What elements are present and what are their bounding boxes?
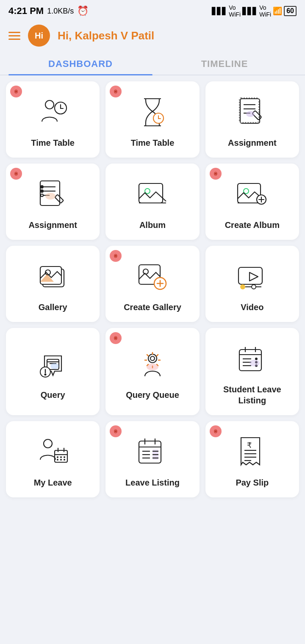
svg-point-61: [115, 337, 117, 339]
svg-point-58: [44, 374, 46, 375]
assignment1-label: Assignment: [228, 137, 276, 148]
card-creategallery[interactable]: Create Gallery: [105, 246, 199, 322]
svg-point-88: [115, 430, 117, 433]
svg-point-23: [41, 190, 43, 192]
svg-point-24: [41, 194, 43, 197]
svg-point-22: [41, 186, 43, 188]
svg-rect-27: [139, 183, 163, 203]
badge-timetable1: [10, 86, 22, 97]
svg-point-72: [255, 358, 258, 360]
creategallery-icon: [133, 258, 172, 296]
avatar: Hi: [28, 25, 50, 47]
svg-point-76: [44, 439, 52, 448]
card-query[interactable]: Query: [6, 328, 100, 415]
createalbum-label: Create Album: [225, 219, 280, 230]
tab-bar: DASHBOARD TIMELINE: [0, 53, 305, 75]
signal-icon: ▋▋▋: [212, 7, 227, 15]
card-queryqueue[interactable]: Query Queue: [105, 328, 199, 415]
badge-creategallery: [110, 250, 122, 262]
card-timetable1[interactable]: Time Table: [6, 81, 100, 158]
video-label: Video: [241, 302, 263, 313]
signal-icon2: ▋▋▋: [242, 7, 258, 15]
svg-point-33: [244, 189, 249, 194]
svg-point-75: [250, 360, 260, 366]
card-album[interactable]: Album: [105, 164, 199, 240]
svg-point-101: [214, 430, 216, 433]
badge-timetable2: [110, 86, 122, 97]
svg-point-5: [115, 91, 117, 93]
svg-rect-65: [239, 350, 261, 371]
studentleavelisting-icon: [233, 340, 271, 378]
svg-marker-49: [250, 272, 258, 281]
assignment2-label: Assignment: [28, 219, 77, 230]
badge-payslip: [210, 425, 222, 437]
svg-rect-9: [240, 99, 260, 123]
header: Hi Hi, Kalpesh V Patil: [0, 20, 305, 53]
gallery-icon: [34, 258, 72, 296]
assignment2-icon: [34, 175, 72, 214]
svg-point-1: [15, 91, 17, 93]
svg-point-17: [15, 173, 17, 175]
createalbum-icon: [233, 175, 271, 214]
badge-createalbum: [210, 168, 222, 180]
timetable2-icon: [133, 93, 172, 131]
battery-icon: 60: [284, 6, 297, 16]
alarm-icon: ⏰: [77, 6, 89, 17]
svg-point-85: [60, 459, 62, 461]
card-studentleavelisting[interactable]: Student Leave Listing: [205, 328, 299, 415]
svg-point-31: [214, 173, 216, 175]
creategallery-label: Create Gallery: [124, 302, 181, 313]
svg-point-15: [246, 111, 255, 117]
queryqueue-icon: [133, 345, 172, 383]
greeting: Hi, Kalpesh V Patil: [58, 29, 154, 42]
tab-dashboard[interactable]: DASHBOARD: [8, 53, 152, 75]
myleave-label: My Leave: [34, 477, 72, 488]
svg-point-44: [143, 269, 148, 274]
assignment1-icon: [233, 93, 271, 131]
svg-point-28: [145, 189, 150, 194]
badge-assignment2: [10, 168, 22, 180]
svg-point-86: [64, 459, 65, 461]
time: 4:21 PM: [8, 6, 44, 17]
card-payslip[interactable]: ₹ Pay Slip: [205, 421, 299, 497]
network-speed: 1.0KB/s: [47, 7, 74, 16]
svg-point-42: [115, 255, 117, 257]
svg-point-50: [240, 284, 245, 289]
album-icon: [133, 175, 172, 214]
svg-point-81: [57, 456, 58, 458]
svg-text:₹: ₹: [247, 441, 252, 450]
payslip-icon: ₹: [233, 433, 271, 471]
badge-queryqueue: [110, 332, 122, 344]
svg-point-26: [45, 193, 55, 200]
query-icon: [34, 345, 72, 383]
menu-button[interactable]: [8, 32, 20, 40]
query-label: Query: [41, 389, 65, 400]
card-assignment1[interactable]: Assignment: [205, 81, 299, 158]
status-bar: 4:21 PM 1.0KB/s ⏰ ▋▋▋ VoWiFi ▋▋▋ VoWiFi …: [0, 0, 305, 20]
video-icon: [233, 258, 271, 296]
svg-rect-25: [55, 194, 64, 203]
card-video[interactable]: Video: [205, 246, 299, 322]
gallery-label: Gallery: [39, 302, 67, 313]
svg-point-52: [252, 285, 256, 289]
svg-point-83: [64, 456, 65, 458]
card-timetable2[interactable]: Time Table: [105, 81, 199, 158]
card-gallery[interactable]: Gallery: [6, 246, 100, 322]
card-myleave[interactable]: My Leave: [6, 421, 100, 497]
card-assignment2[interactable]: Assignment: [6, 164, 100, 240]
signal-icons: ▋▋▋ VoWiFi ▋▋▋ VoWiFi 📶 60: [212, 4, 297, 18]
card-leavelisting[interactable]: Leave Listing: [105, 421, 199, 497]
badge-leavelisting: [110, 425, 122, 437]
dashboard-grid: Time Table Time Table: [0, 75, 305, 503]
svg-rect-13: [239, 98, 259, 122]
card-createalbum[interactable]: Create Album: [205, 164, 299, 240]
album-label: Album: [139, 219, 166, 230]
greeting-hi: Hi,: [58, 29, 72, 42]
svg-point-2: [45, 100, 54, 109]
myleave-icon: [34, 433, 72, 471]
tab-timeline[interactable]: TIMELINE: [152, 53, 297, 75]
svg-point-62: [148, 354, 157, 363]
svg-point-84: [57, 459, 58, 461]
timetable2-label: Time Table: [131, 137, 175, 148]
leavelisting-label: Leave Listing: [125, 477, 180, 488]
